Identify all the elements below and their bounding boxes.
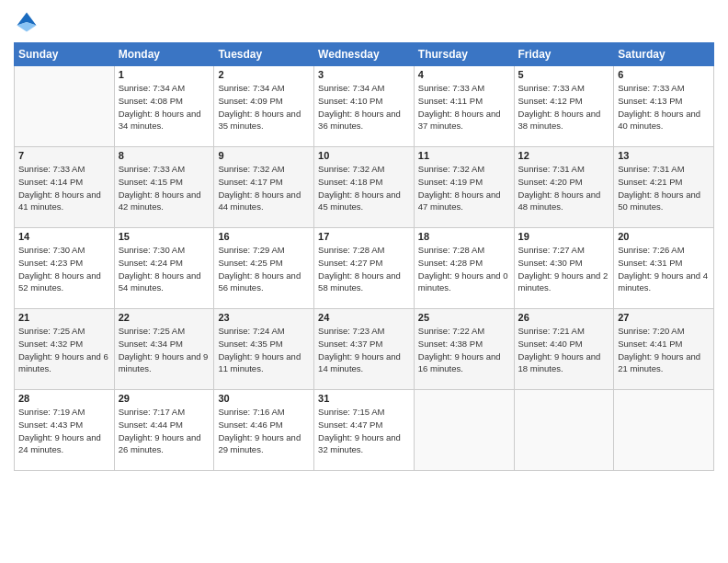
weekday-header-monday: Monday: [114, 43, 214, 66]
calendar-cell: 25Sunrise: 7:22 AMSunset: 4:38 PMDayligh…: [414, 309, 514, 390]
weekday-header-row: SundayMondayTuesdayWednesdayThursdayFrid…: [15, 43, 714, 66]
cell-content: Sunrise: 7:25 AMSunset: 4:34 PMDaylight:…: [119, 325, 210, 375]
day-number: 29: [119, 393, 210, 404]
day-number: 15: [119, 231, 210, 242]
weekday-header-wednesday: Wednesday: [314, 43, 415, 66]
calendar-cell: 10Sunrise: 7:32 AMSunset: 4:18 PMDayligh…: [314, 147, 415, 228]
cell-content: Sunrise: 7:33 AMSunset: 4:12 PMDaylight:…: [518, 82, 610, 132]
calendar-cell: 18Sunrise: 7:28 AMSunset: 4:28 PMDayligh…: [414, 228, 514, 309]
calendar-cell: 17Sunrise: 7:28 AMSunset: 4:27 PMDayligh…: [314, 228, 415, 309]
calendar-cell: 14Sunrise: 7:30 AMSunset: 4:23 PMDayligh…: [15, 228, 115, 309]
cell-content: Sunrise: 7:15 AMSunset: 4:47 PMDaylight:…: [318, 406, 410, 456]
day-number: 3: [318, 69, 410, 80]
page: SundayMondayTuesdayWednesdayThursdayFrid…: [0, 0, 728, 563]
day-number: 6: [618, 69, 710, 80]
cell-content: Sunrise: 7:32 AMSunset: 4:18 PMDaylight:…: [318, 163, 410, 213]
week-row-4: 28Sunrise: 7:19 AMSunset: 4:43 PMDayligh…: [15, 390, 714, 471]
calendar-cell: 24Sunrise: 7:23 AMSunset: 4:37 PMDayligh…: [314, 309, 415, 390]
cell-content: Sunrise: 7:34 AMSunset: 4:08 PMDaylight:…: [119, 82, 210, 132]
cell-content: Sunrise: 7:31 AMSunset: 4:20 PMDaylight:…: [518, 163, 610, 213]
cell-content: Sunrise: 7:29 AMSunset: 4:25 PMDaylight:…: [218, 244, 310, 294]
cell-content: Sunrise: 7:28 AMSunset: 4:27 PMDaylight:…: [318, 244, 410, 294]
week-row-0: 1Sunrise: 7:34 AMSunset: 4:08 PMDaylight…: [15, 66, 714, 147]
day-number: 5: [518, 69, 610, 80]
calendar: SundayMondayTuesdayWednesdayThursdayFrid…: [14, 42, 714, 471]
cell-content: Sunrise: 7:27 AMSunset: 4:30 PMDaylight:…: [518, 244, 610, 294]
calendar-cell: 29Sunrise: 7:17 AMSunset: 4:44 PMDayligh…: [114, 390, 214, 471]
calendar-cell: 2Sunrise: 7:34 AMSunset: 4:09 PMDaylight…: [214, 66, 314, 147]
day-number: 16: [218, 231, 310, 242]
calendar-cell: 9Sunrise: 7:32 AMSunset: 4:17 PMDaylight…: [214, 147, 314, 228]
day-number: 8: [119, 150, 210, 161]
week-row-3: 21Sunrise: 7:25 AMSunset: 4:32 PMDayligh…: [15, 309, 714, 390]
day-number: 13: [618, 150, 710, 161]
calendar-cell: 27Sunrise: 7:20 AMSunset: 4:41 PMDayligh…: [614, 309, 714, 390]
cell-content: Sunrise: 7:17 AMSunset: 4:44 PMDaylight:…: [119, 406, 210, 456]
cell-content: Sunrise: 7:31 AMSunset: 4:21 PMDaylight:…: [618, 163, 710, 213]
day-number: 31: [318, 393, 410, 404]
day-number: 20: [618, 231, 710, 242]
weekday-header-tuesday: Tuesday: [214, 43, 314, 66]
calendar-cell: 23Sunrise: 7:24 AMSunset: 4:35 PMDayligh…: [214, 309, 314, 390]
day-number: 14: [18, 231, 110, 242]
calendar-cell: [15, 66, 115, 147]
day-number: 17: [318, 231, 410, 242]
calendar-cell: [514, 390, 614, 471]
week-row-2: 14Sunrise: 7:30 AMSunset: 4:23 PMDayligh…: [15, 228, 714, 309]
weekday-header-thursday: Thursday: [414, 43, 514, 66]
calendar-cell: 3Sunrise: 7:34 AMSunset: 4:10 PMDaylight…: [314, 66, 415, 147]
day-number: 23: [218, 312, 310, 323]
cell-content: Sunrise: 7:33 AMSunset: 4:14 PMDaylight:…: [18, 163, 110, 213]
day-number: 28: [18, 393, 110, 404]
calendar-cell: 6Sunrise: 7:33 AMSunset: 4:13 PMDaylight…: [614, 66, 714, 147]
week-row-1: 7Sunrise: 7:33 AMSunset: 4:14 PMDaylight…: [15, 147, 714, 228]
calendar-cell: 12Sunrise: 7:31 AMSunset: 4:20 PMDayligh…: [514, 147, 614, 228]
calendar-cell: 8Sunrise: 7:33 AMSunset: 4:15 PMDaylight…: [114, 147, 214, 228]
day-number: 18: [418, 231, 510, 242]
logo-icon: [14, 9, 40, 35]
calendar-cell: 26Sunrise: 7:21 AMSunset: 4:40 PMDayligh…: [514, 309, 614, 390]
cell-content: Sunrise: 7:33 AMSunset: 4:13 PMDaylight:…: [618, 82, 710, 132]
calendar-cell: 20Sunrise: 7:26 AMSunset: 4:31 PMDayligh…: [614, 228, 714, 309]
day-number: 24: [318, 312, 410, 323]
calendar-cell: 5Sunrise: 7:33 AMSunset: 4:12 PMDaylight…: [514, 66, 614, 147]
weekday-header-saturday: Saturday: [614, 43, 714, 66]
cell-content: Sunrise: 7:32 AMSunset: 4:19 PMDaylight:…: [418, 163, 510, 213]
day-number: 9: [218, 150, 310, 161]
cell-content: Sunrise: 7:20 AMSunset: 4:41 PMDaylight:…: [618, 325, 710, 375]
calendar-cell: 15Sunrise: 7:30 AMSunset: 4:24 PMDayligh…: [114, 228, 214, 309]
cell-content: Sunrise: 7:21 AMSunset: 4:40 PMDaylight:…: [518, 325, 610, 375]
day-number: 4: [418, 69, 510, 80]
cell-content: Sunrise: 7:32 AMSunset: 4:17 PMDaylight:…: [218, 163, 310, 213]
day-number: 19: [518, 231, 610, 242]
day-number: 30: [218, 393, 310, 404]
cell-content: Sunrise: 7:24 AMSunset: 4:35 PMDaylight:…: [218, 325, 310, 375]
calendar-cell: 30Sunrise: 7:16 AMSunset: 4:46 PMDayligh…: [214, 390, 314, 471]
cell-content: Sunrise: 7:34 AMSunset: 4:09 PMDaylight:…: [218, 82, 310, 132]
cell-content: Sunrise: 7:22 AMSunset: 4:38 PMDaylight:…: [418, 325, 510, 375]
cell-content: Sunrise: 7:28 AMSunset: 4:28 PMDaylight:…: [418, 244, 510, 294]
calendar-cell: 11Sunrise: 7:32 AMSunset: 4:19 PMDayligh…: [414, 147, 514, 228]
cell-content: Sunrise: 7:23 AMSunset: 4:37 PMDaylight:…: [318, 325, 410, 375]
calendar-cell: 22Sunrise: 7:25 AMSunset: 4:34 PMDayligh…: [114, 309, 214, 390]
weekday-header-sunday: Sunday: [15, 43, 115, 66]
cell-content: Sunrise: 7:16 AMSunset: 4:46 PMDaylight:…: [218, 406, 310, 456]
day-number: 11: [418, 150, 510, 161]
calendar-cell: 31Sunrise: 7:15 AMSunset: 4:47 PMDayligh…: [314, 390, 415, 471]
calendar-cell: 13Sunrise: 7:31 AMSunset: 4:21 PMDayligh…: [614, 147, 714, 228]
cell-content: Sunrise: 7:30 AMSunset: 4:23 PMDaylight:…: [18, 244, 110, 294]
calendar-cell: 21Sunrise: 7:25 AMSunset: 4:32 PMDayligh…: [15, 309, 115, 390]
day-number: 7: [18, 150, 110, 161]
calendar-cell: 16Sunrise: 7:29 AMSunset: 4:25 PMDayligh…: [214, 228, 314, 309]
cell-content: Sunrise: 7:19 AMSunset: 4:43 PMDaylight:…: [18, 406, 110, 456]
calendar-cell: 4Sunrise: 7:33 AMSunset: 4:11 PMDaylight…: [414, 66, 514, 147]
calendar-cell: [414, 390, 514, 471]
day-number: 27: [618, 312, 710, 323]
calendar-cell: 1Sunrise: 7:34 AMSunset: 4:08 PMDaylight…: [114, 66, 214, 147]
day-number: 26: [518, 312, 610, 323]
logo: [14, 9, 43, 35]
day-number: 12: [518, 150, 610, 161]
day-number: 2: [218, 69, 310, 80]
cell-content: Sunrise: 7:30 AMSunset: 4:24 PMDaylight:…: [119, 244, 210, 294]
cell-content: Sunrise: 7:26 AMSunset: 4:31 PMDaylight:…: [618, 244, 710, 294]
